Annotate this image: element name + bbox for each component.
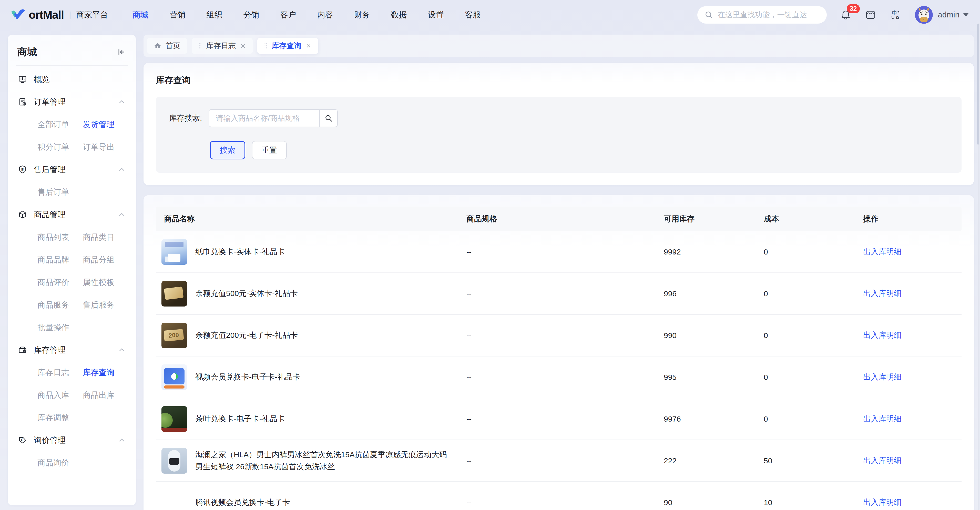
username-label[interactable]: admin (938, 10, 959, 19)
top-navigation: 商城营销组织分销客户内容财务数据设置客服 (133, 10, 481, 20)
sidebar-item[interactable]: 概览 (15, 68, 128, 91)
stock-detail-link[interactable]: 出入库明细 (863, 247, 902, 256)
sidebar-subitem-库存调整[interactable]: 库存调整 (37, 407, 83, 429)
table-header: 商品名称商品规格可用库存成本操作 (156, 207, 961, 231)
nav-item-营销[interactable]: 营销 (170, 10, 186, 20)
nav-item-设置[interactable]: 设置 (428, 10, 444, 20)
product-name-cell: 茶叶兑换卡-电子卡-礼品卡 (156, 406, 458, 432)
tab-close-icon[interactable] (305, 43, 312, 49)
table-row: 茶叶兑换卡-电子卡-礼品卡 -- 9976 0 出入库明细 (156, 398, 961, 440)
action-cell: 出入库明细 (855, 288, 961, 299)
nav-item-财务[interactable]: 财务 (354, 10, 370, 20)
sidebar-group-children: 商品列表商品类目商品品牌商品分组商品评价属性模板商品服务售后服务批量操作 (15, 226, 128, 339)
store-icon-button[interactable] (865, 9, 877, 21)
sidebar-subitem-商品列表[interactable]: 商品列表 (37, 226, 83, 249)
sidebar-subitem-商品评价[interactable]: 商品评价 (37, 271, 83, 294)
inventory-table-card: 商品名称商品规格可用库存成本操作 纸巾兑换卡-实体卡-礼品卡 -- 9992 0… (143, 195, 974, 510)
sidebar-subitem-商品服务[interactable]: 商品服务 (37, 294, 83, 316)
column-header-操作: 操作 (855, 214, 961, 224)
brand-name: ortMall (29, 8, 64, 21)
thumbnail-spacer (161, 502, 187, 503)
available-stock-cell: 995 (655, 373, 756, 381)
nav-item-商城[interactable]: 商城 (133, 10, 149, 20)
sidebar-group-header[interactable]: 售 售后管理 (15, 158, 128, 181)
page-scrollbar[interactable] (978, 23, 980, 510)
sidebar-subitem-全部订单[interactable]: 全部订单 (37, 113, 83, 136)
nav-item-数据[interactable]: 数据 (391, 10, 407, 20)
sidebar-group-header[interactable]: 库存管理 (15, 339, 128, 361)
sidebar-subitem-属性模板[interactable]: 属性模板 (83, 271, 128, 294)
action-cell: 出入库明细 (855, 414, 961, 424)
stock-detail-link[interactable]: 出入库明细 (863, 498, 902, 507)
nav-item-客户[interactable]: 客户 (280, 10, 296, 20)
sidebar-subitem-批量操作[interactable]: 批量操作 (37, 316, 83, 339)
sidebar-subitem-商品分组[interactable]: 商品分组 (83, 249, 128, 271)
page-scrollbar-thumb[interactable] (977, 24, 979, 145)
svg-text:A: A (896, 14, 899, 21)
sidebar: 商城 概览 订单管理 全部订单发货管理积分订单订单导出 售 售后管理 (8, 35, 136, 505)
page-tab-库存日志[interactable]: 库存日志 (192, 38, 253, 54)
page-tab-首页[interactable]: 首页 (147, 38, 187, 54)
product-name: 茶叶兑换卡-电子卡-礼品卡 (195, 413, 285, 425)
product-spec-cell: -- (458, 373, 655, 381)
nav-item-客服[interactable]: 客服 (465, 10, 481, 20)
input-search-icon-button[interactable] (319, 109, 338, 127)
stock-detail-link[interactable]: 出入库明细 (863, 415, 902, 423)
sidebar-group-header[interactable]: 订单管理 (15, 91, 128, 113)
chevron-up-icon (118, 98, 126, 106)
tab-close-icon[interactable] (240, 43, 246, 49)
notification-bell-button[interactable]: 32 (840, 9, 851, 21)
language-switch-icon-button[interactable]: 中 A (890, 9, 902, 21)
sidebar-item-label: 概览 (34, 74, 50, 85)
stock-search-input[interactable] (208, 109, 319, 127)
sidebar-subitem-发货管理[interactable]: 发货管理 (83, 113, 128, 136)
product-icon (18, 210, 27, 219)
product-spec-cell: -- (458, 289, 655, 298)
global-search-input[interactable]: 在这里查找功能，一键直达 (697, 6, 827, 24)
sidebar-subitem-商品出库[interactable]: 商品出库 (83, 384, 128, 407)
sidebar-subitem-库存日志[interactable]: 库存日志 (37, 361, 83, 384)
available-stock-cell: 9976 (655, 415, 756, 423)
sidebar-subitem-积分订单[interactable]: 积分订单 (37, 136, 83, 158)
sidebar-group-children: 售后订单 (15, 181, 128, 203)
sidebar-collapse-icon[interactable] (117, 48, 126, 57)
page-title: 库存查询 (156, 74, 961, 86)
sidebar-subitem-售后服务[interactable]: 售后服务 (83, 294, 128, 316)
sidebar-title: 商城 (18, 45, 37, 59)
sidebar-subitem-库存查询[interactable]: 库存查询 (83, 361, 128, 384)
product-thumbnail (161, 364, 187, 390)
sidebar-group-children: 商品询价 (15, 451, 128, 474)
user-menu-caret-icon[interactable] (963, 13, 969, 16)
stock-detail-link[interactable]: 出入库明细 (863, 373, 902, 381)
tab-label: 首页 (165, 41, 180, 51)
sidebar-subitem-商品入库[interactable]: 商品入库 (37, 384, 83, 407)
sidebar-group-children: 全部订单发货管理积分订单订单导出 (15, 113, 128, 158)
reset-button[interactable]: 重置 (252, 141, 287, 159)
product-name-cell: 余额充值200元-电子卡-礼品卡 (156, 323, 458, 348)
tab-label: 库存日志 (206, 41, 236, 51)
nav-item-组织[interactable]: 组织 (207, 10, 223, 20)
available-stock-cell: 996 (655, 289, 756, 298)
sidebar-subitem-售后订单[interactable]: 售后订单 (37, 181, 83, 203)
sidebar-subitem-订单导出[interactable]: 订单导出 (83, 136, 128, 158)
stock-detail-link[interactable]: 出入库明细 (863, 331, 902, 339)
user-avatar[interactable] (915, 6, 933, 24)
sidebar-subitem-商品询价[interactable]: 商品询价 (37, 451, 83, 474)
nav-item-内容[interactable]: 内容 (317, 10, 333, 20)
stock-detail-link[interactable]: 出入库明细 (863, 289, 902, 297)
sidebar-group-header[interactable]: 商品管理 (15, 203, 128, 226)
product-thumbnail (161, 239, 187, 265)
table-row: 纸巾兑换卡-实体卡-礼品卡 -- 9992 0 出入库明细 (156, 231, 961, 273)
sidebar-group-label: 库存管理 (34, 345, 65, 356)
nav-item-分销[interactable]: 分销 (243, 10, 259, 20)
inquiry-icon: ¥ (18, 436, 27, 445)
product-name: 腾讯视频会员兑换卡-电子卡 (195, 496, 290, 508)
product-spec-cell: -- (458, 415, 655, 423)
sidebar-subitem-商品品牌[interactable]: 商品品牌 (37, 249, 83, 271)
search-button[interactable]: 搜索 (210, 141, 245, 159)
sidebar-subitem-商品类目[interactable]: 商品类目 (83, 226, 128, 249)
sidebar-group-header[interactable]: ¥ 询价管理 (15, 429, 128, 451)
stock-detail-link[interactable]: 出入库明细 (863, 456, 902, 465)
column-header-成本: 成本 (756, 214, 855, 224)
page-tab-库存查询[interactable]: 库存查询 (257, 38, 318, 54)
